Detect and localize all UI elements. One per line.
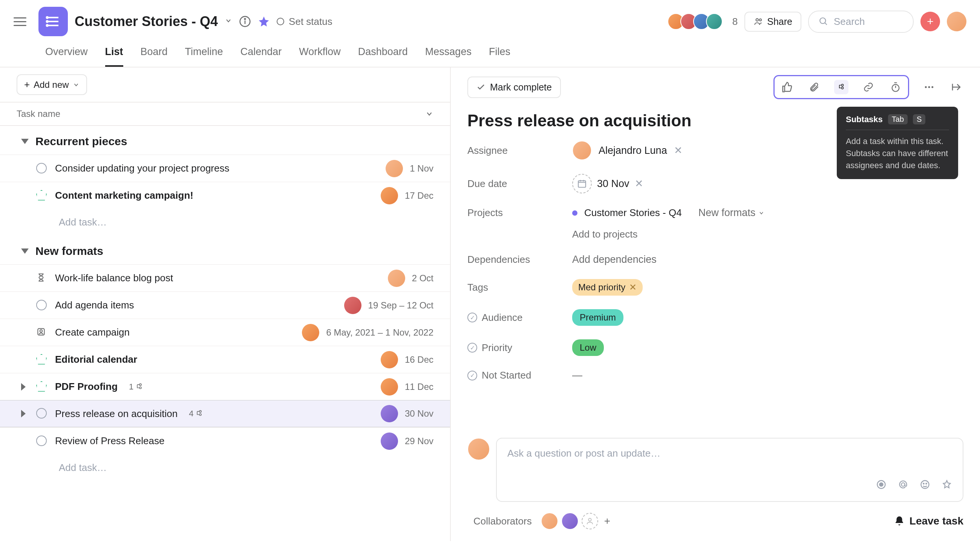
add-collaborator-button[interactable]: + — [604, 515, 610, 527]
section-header[interactable]: Recurrent pieces — [0, 126, 450, 154]
task-row[interactable]: Content marketing campaign! 17 Dec — [0, 182, 450, 209]
avatar[interactable] — [561, 512, 579, 530]
task-row[interactable]: Review of Press Release 29 Nov — [0, 427, 450, 454]
task-row[interactable]: Editorial calendar 16 Dec — [0, 346, 450, 373]
leave-task-button[interactable]: Leave task — [894, 515, 963, 527]
task-row[interactable]: Work-life balance blog post 2 Oct — [0, 264, 450, 291]
tab-board[interactable]: Board — [141, 46, 168, 67]
subtask-tooltip: Subtasks Tab S Add a task within this ta… — [837, 107, 958, 179]
tab-workflow[interactable]: Workflow — [299, 46, 341, 67]
svg-point-8 — [245, 19, 246, 20]
assignee-avatar[interactable] — [386, 160, 403, 177]
task-name: Press release on acquisition — [55, 408, 178, 420]
add-collaborator-placeholder[interactable] — [582, 513, 598, 529]
remove-tag-icon[interactable]: ✕ — [629, 282, 636, 293]
tab-messages[interactable]: Messages — [425, 46, 471, 67]
add-to-projects-button[interactable]: Add to projects — [572, 229, 963, 240]
milestone-icon[interactable] — [36, 190, 47, 201]
assignee-avatar[interactable] — [381, 378, 398, 396]
share-button[interactable]: Share — [745, 12, 801, 32]
approval-icon[interactable] — [36, 327, 48, 338]
like-icon[interactable] — [780, 80, 794, 94]
tooltip-key: S — [913, 114, 925, 124]
add-new-button[interactable]: + Add new — [17, 74, 87, 95]
field-label: Priority — [468, 342, 572, 354]
due-date-value[interactable]: 30 Nov ✕ — [572, 174, 643, 193]
waiting-icon[interactable] — [36, 273, 48, 284]
list-toolbar: + Add new — [0, 67, 450, 103]
tab-list[interactable]: List — [105, 46, 123, 67]
task-row[interactable]: PDF Proofing 1 11 Dec — [0, 373, 450, 400]
subtask-icon[interactable] — [834, 80, 848, 94]
mark-complete-button[interactable]: Mark complete — [468, 76, 561, 98]
complete-circle-icon[interactable] — [36, 163, 47, 173]
tab-calendar[interactable]: Calendar — [240, 46, 282, 67]
star-icon[interactable] — [258, 16, 270, 27]
global-add-button[interactable]: + — [920, 12, 940, 31]
info-icon[interactable] — [239, 16, 251, 27]
svg-point-32 — [589, 519, 591, 521]
project-menu-chevron[interactable] — [224, 16, 232, 27]
task-row[interactable]: Press release on acquisition 4 30 Nov — [0, 400, 450, 427]
complete-circle-icon[interactable] — [36, 300, 47, 310]
tab-files[interactable]: Files — [489, 46, 511, 67]
assignee-avatar[interactable] — [381, 433, 398, 450]
clear-date-icon[interactable]: ✕ — [635, 178, 643, 190]
svg-point-28 — [901, 483, 905, 486]
mention-icon[interactable] — [898, 479, 908, 492]
assignee-avatar[interactable] — [302, 324, 319, 341]
svg-point-4 — [47, 21, 48, 22]
not-started-value[interactable]: — — [572, 369, 582, 381]
task-row[interactable]: Create campaign 6 May, 2021 – 1 Nov, 202… — [0, 318, 450, 346]
comment-input[interactable]: Ask a question or post an update… — [496, 438, 963, 502]
audience-value[interactable]: Premium — [572, 309, 624, 326]
assignee-avatar[interactable] — [388, 270, 405, 287]
tab-overview[interactable]: Overview — [45, 46, 88, 67]
more-icon[interactable] — [922, 80, 936, 94]
current-user-avatar[interactable] — [947, 12, 966, 31]
svg-rect-25 — [578, 181, 586, 187]
task-row[interactable]: Consider updating your project progress … — [0, 154, 450, 182]
task-row[interactable]: Add agenda items 19 Sep – 12 Oct — [0, 291, 450, 318]
assignee-avatar[interactable] — [381, 187, 398, 204]
tab-timeline[interactable]: Timeline — [185, 46, 223, 67]
assignee-avatar[interactable] — [381, 351, 398, 368]
timer-icon[interactable] — [888, 80, 903, 94]
project-title[interactable]: Customer Stories - Q4 — [75, 14, 218, 29]
tags-value[interactable]: Med priority ✕ — [572, 279, 643, 296]
projects-value[interactable]: Customer Stories - Q4 New formats — [572, 207, 764, 219]
priority-value[interactable]: Low — [572, 339, 604, 356]
expand-icon[interactable] — [21, 410, 25, 417]
milestone-icon[interactable] — [36, 381, 47, 392]
avatar[interactable] — [541, 512, 558, 530]
search-input[interactable]: Search — [808, 11, 914, 33]
expand-icon[interactable] — [21, 383, 25, 391]
section-header[interactable]: New formats — [0, 236, 450, 264]
star-outline-icon[interactable] — [942, 479, 952, 492]
attachment-icon[interactable] — [807, 80, 821, 94]
emoji-icon[interactable] — [920, 479, 930, 492]
clear-assignee-icon[interactable]: ✕ — [674, 145, 682, 156]
field-label: Tags — [468, 282, 572, 293]
complete-circle-icon[interactable] — [36, 436, 47, 446]
set-status-button[interactable]: Set status — [277, 16, 332, 27]
chevron-down-icon[interactable] — [425, 110, 433, 118]
add-task-button[interactable]: Add task… — [0, 209, 450, 236]
assignee-avatar — [572, 141, 592, 160]
close-panel-icon[interactable] — [949, 80, 963, 94]
menu-icon[interactable] — [14, 13, 32, 30]
milestone-icon[interactable] — [36, 354, 47, 364]
link-icon[interactable] — [861, 80, 876, 94]
project-section-picker[interactable]: New formats — [698, 207, 765, 219]
member-avatars[interactable] — [671, 13, 722, 30]
complete-circle-icon[interactable] — [36, 408, 47, 419]
assignee-avatar[interactable] — [344, 297, 361, 314]
assignee-value[interactable]: Alejandro Luna ✕ — [572, 141, 682, 160]
assignee-avatar[interactable] — [381, 405, 398, 422]
tab-dashboard[interactable]: Dashboard — [358, 46, 408, 67]
tag-chip[interactable]: Med priority ✕ — [572, 279, 643, 296]
record-icon[interactable] — [876, 479, 886, 492]
add-task-button[interactable]: Add task… — [0, 454, 450, 481]
add-dependencies-button[interactable]: Add dependencies — [572, 254, 657, 266]
svg-point-11 — [820, 18, 826, 23]
